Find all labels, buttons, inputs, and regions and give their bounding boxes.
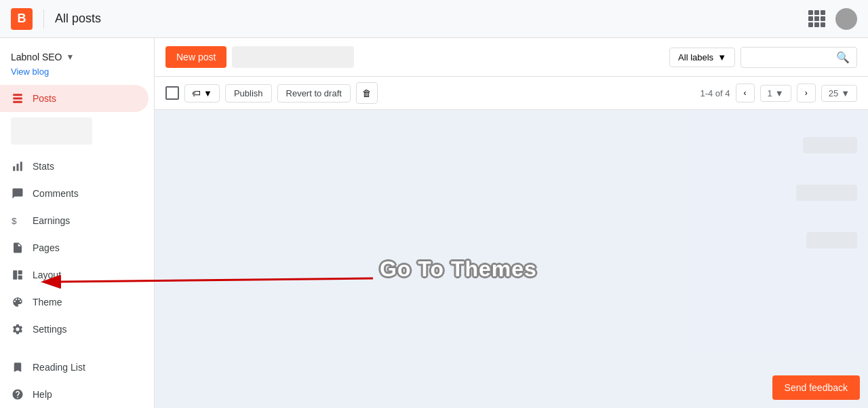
sidebar-item-theme-label: Theme: [33, 297, 62, 308]
blog-dropdown-arrow: ▼: [66, 52, 75, 62]
tag-dropdown-arrow: ▼: [203, 88, 212, 98]
svg-rect-0: [13, 94, 22, 96]
user-avatar[interactable]: [835, 8, 857, 30]
all-labels-label: All labels: [678, 52, 713, 62]
tag-button[interactable]: 🏷 ▼: [184, 84, 220, 103]
blog-name-text: Labnol SEO: [11, 52, 62, 62]
sidebar-item-earnings[interactable]: $ Earnings: [0, 207, 149, 234]
action-bar: 🏷 ▼ Publish Revert to draft 🗑 1-4 of 4 ‹…: [155, 77, 868, 110]
search-container[interactable]: 🔍: [741, 47, 857, 68]
publish-button[interactable]: Publish: [225, 84, 272, 103]
svg-rect-7: [13, 270, 17, 280]
posts-icon: [11, 92, 24, 105]
pages-icon: [11, 241, 24, 255]
sidebar-item-pages-label: Pages: [33, 242, 60, 253]
pagination-info: 1-4 of 4: [700, 88, 730, 98]
sidebar-item-stats-label: Stats: [33, 161, 54, 172]
current-page: 1: [768, 88, 772, 98]
sidebar-item-reading-list-label: Reading List: [33, 362, 85, 373]
svg-rect-4: [17, 164, 19, 171]
per-page-dropdown-arrow: ▼: [841, 88, 850, 98]
delete-button[interactable]: 🗑: [356, 82, 378, 104]
svg-rect-2: [13, 101, 22, 103]
next-page-button[interactable]: ›: [797, 84, 816, 103]
search-icon: 🔍: [836, 51, 850, 64]
main-content: New post All labels ▼ 🔍 🏷 ▼ Publish: [155, 38, 868, 408]
blogger-logo: B: [11, 8, 33, 30]
stats-icon: [11, 160, 24, 173]
sidebar-item-settings-label: Settings: [33, 324, 67, 335]
sidebar-item-posts-label: Posts: [33, 93, 56, 104]
prev-page-button[interactable]: ‹: [736, 84, 755, 103]
topbar-right: [806, 8, 857, 30]
help-icon: [11, 388, 24, 401]
topbar-title: All posts: [55, 12, 101, 26]
sidebar-item-posts[interactable]: Posts: [0, 85, 149, 112]
sidebar-item-settings[interactable]: Settings: [0, 316, 149, 343]
post-row-blur-1: [803, 137, 857, 153]
layout-icon: [11, 268, 24, 282]
apps-grid-button[interactable]: [806, 8, 827, 30]
sidebar-item-stats[interactable]: Stats: [0, 153, 149, 180]
svg-rect-5: [20, 162, 22, 171]
svg-rect-1: [13, 98, 22, 100]
all-labels-button[interactable]: All labels ▼: [669, 48, 735, 67]
svg-rect-8: [18, 270, 22, 274]
blurred-post-item: [11, 117, 92, 145]
sidebar-item-help[interactable]: Help: [0, 381, 149, 408]
sidebar-item-reading-list[interactable]: Reading List: [0, 354, 149, 381]
main-layout: Labnol SEO ▼ View blog Posts Stats: [0, 38, 868, 408]
comments-icon: [11, 187, 24, 200]
delete-icon: 🗑: [362, 88, 371, 98]
sidebar-item-layout-label: Layout: [33, 270, 61, 280]
search-input[interactable]: [748, 52, 836, 62]
topbar: B All posts: [0, 0, 868, 38]
view-blog-link[interactable]: View blog: [0, 65, 154, 85]
sidebar-item-theme[interactable]: Theme: [0, 289, 149, 316]
sidebar-item-comments-label: Comments: [33, 188, 79, 199]
theme-icon: [11, 295, 24, 309]
svg-text:$: $: [12, 216, 17, 226]
topbar-divider: [43, 10, 44, 29]
sidebar-item-help-label: Help: [33, 389, 52, 400]
settings-icon: [11, 322, 24, 336]
sidebar-item-comments[interactable]: Comments: [0, 180, 149, 207]
sidebar-item-layout[interactable]: Layout: [0, 261, 149, 289]
post-row-blur-3: [806, 232, 857, 248]
earnings-icon: $: [11, 214, 24, 227]
per-page-value: 25: [829, 88, 838, 98]
page-number-selector[interactable]: 1 ▼: [760, 85, 791, 102]
blurred-search-bar: [232, 46, 354, 68]
sidebar-item-pages[interactable]: Pages: [0, 234, 149, 261]
grid-icon: [808, 10, 825, 27]
tag-icon: 🏷: [192, 88, 201, 98]
pagination: 1-4 of 4 ‹ 1 ▼ › 25 ▼: [700, 84, 857, 103]
toolbar: New post All labels ▼ 🔍: [155, 38, 868, 77]
labels-dropdown-arrow: ▼: [717, 52, 726, 62]
posts-list-area: [155, 110, 868, 408]
send-feedback-button[interactable]: Send feedback: [772, 375, 860, 400]
sidebar: Labnol SEO ▼ View blog Posts Stats: [0, 38, 155, 408]
revert-to-draft-button[interactable]: Revert to draft: [277, 84, 351, 103]
reading-list-icon: [11, 360, 24, 374]
svg-rect-9: [18, 276, 22, 280]
select-all-checkbox[interactable]: [165, 86, 179, 100]
sidebar-bottom: Reading List Help: [0, 354, 154, 408]
new-post-button[interactable]: New post: [165, 46, 226, 68]
sidebar-item-earnings-label: Earnings: [33, 215, 70, 226]
post-row-blur-2: [796, 185, 857, 201]
per-page-selector[interactable]: 25 ▼: [821, 85, 857, 102]
svg-rect-3: [13, 166, 15, 171]
page-dropdown-arrow: ▼: [775, 88, 784, 98]
blog-name-container[interactable]: Labnol SEO ▼: [0, 46, 154, 65]
